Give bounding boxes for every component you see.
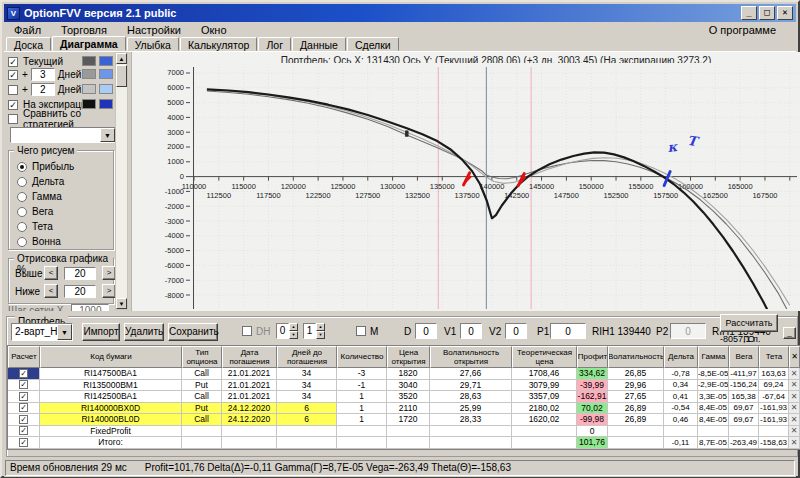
- row-checkbox[interactable]: ✓: [19, 426, 28, 435]
- color-swatch[interactable]: [99, 69, 113, 79]
- close-button[interactable]: ✕: [777, 6, 793, 20]
- chart-settings-sidebar: ✓ Текущий ✓ + Дней ✓ + Дней: [4, 52, 131, 311]
- portfolio-panel: Портфель 2-варт_НН ▼ Импорт Удалить Сохр…: [4, 311, 800, 458]
- color-swatch[interactable]: [99, 84, 113, 94]
- tab-Улыбка[interactable]: Улыбка: [127, 37, 179, 51]
- radio-icon[interactable]: [17, 222, 27, 232]
- row-checkbox[interactable]: ✓: [19, 380, 28, 389]
- days-input-2[interactable]: [31, 83, 55, 96]
- tick-label: 6000: [167, 83, 184, 92]
- cell: 29,96: [608, 380, 664, 392]
- dh-spinner-1[interactable]: 0 ▲▼: [276, 323, 298, 339]
- row-checkbox[interactable]: ✓: [19, 392, 28, 401]
- dh-checkbox[interactable]: ✓: [242, 326, 252, 336]
- color-swatch[interactable]: [82, 56, 96, 66]
- radio-icon[interactable]: [17, 237, 27, 247]
- cell: FixedProfit: [40, 426, 182, 438]
- decrease-below-button[interactable]: <: [44, 284, 58, 298]
- column-header: Тип опциона: [182, 346, 222, 368]
- current-checkbox[interactable]: ✓: [8, 57, 18, 67]
- chevron-down-icon[interactable]: ▼: [100, 128, 115, 142]
- profit-chart-canvas[interactable]: 70006000500040003000200010000-1000-2000-…: [134, 63, 800, 311]
- collapse-button[interactable]: _: [783, 327, 796, 339]
- plus2-checkbox[interactable]: ✓: [8, 85, 18, 95]
- menu-item-Настройки[interactable]: Настройки: [117, 24, 191, 36]
- tab-Данные[interactable]: Данные: [292, 37, 346, 51]
- below-percent-input[interactable]: [64, 285, 96, 298]
- d-input[interactable]: [415, 323, 437, 339]
- row-checkbox[interactable]: ✓: [19, 403, 28, 412]
- delete-row-button[interactable]: ✕: [789, 403, 800, 415]
- cell: 21.01.2021: [222, 380, 277, 392]
- radio-option-Тета[interactable]: Тета: [9, 219, 113, 234]
- sidebar-scrollbar[interactable]: ▲ ▼: [115, 52, 128, 310]
- radio-icon[interactable]: [17, 177, 27, 187]
- color-swatch[interactable]: [82, 69, 96, 79]
- tab-Диаграмма[interactable]: Диаграмма: [52, 36, 126, 51]
- radio-icon[interactable]: [17, 162, 27, 172]
- color-swatch[interactable]: [99, 56, 113, 66]
- decrease-above-button[interactable]: <: [44, 266, 58, 280]
- delete-row-button[interactable]: ✕: [789, 391, 800, 403]
- spin-up-icon[interactable]: ▲: [316, 323, 325, 331]
- cell: RI140000BX0D: [40, 403, 182, 415]
- compare-strategy-checkbox[interactable]: ✓: [8, 114, 18, 124]
- row-checkbox[interactable]: ✓: [19, 438, 28, 447]
- import-button[interactable]: Импорт: [82, 323, 120, 341]
- menu-item-about[interactable]: О программе: [699, 24, 786, 36]
- tick-label: 165000: [728, 182, 753, 191]
- menu-item-Торговля[interactable]: Торговля: [51, 24, 117, 36]
- radio-option-Прибыль[interactable]: Прибыль: [9, 159, 113, 174]
- menu-item-Файл[interactable]: Файл: [4, 24, 51, 36]
- days-input-3[interactable]: [31, 68, 55, 81]
- scrollbar-thumb[interactable]: [116, 65, 127, 87]
- dh-spinner-2[interactable]: 1 ▲▼: [303, 323, 325, 339]
- delete-row-button[interactable]: ✕: [789, 426, 800, 438]
- cell: [182, 426, 222, 438]
- column-header: Расчет: [8, 346, 40, 368]
- above-percent-input[interactable]: [64, 267, 96, 280]
- chevron-down-icon[interactable]: ▼: [57, 324, 72, 340]
- preset-select[interactable]: 2-варт_НН ▼: [11, 323, 73, 341]
- p1-input[interactable]: [550, 323, 586, 339]
- v1-input[interactable]: [460, 323, 482, 339]
- radio-icon[interactable]: [17, 207, 27, 217]
- minimize-button[interactable]: _: [741, 6, 757, 20]
- increase-below-button[interactable]: >: [102, 284, 116, 298]
- delete-row-button[interactable]: ✕: [789, 414, 800, 426]
- grid-step-input[interactable]: [71, 304, 109, 311]
- v2-input[interactable]: [505, 323, 527, 339]
- increase-above-button[interactable]: >: [102, 266, 116, 280]
- delete-row-button[interactable]: ✕: [789, 368, 800, 380]
- delete-button[interactable]: Удалить: [124, 323, 164, 341]
- color-swatch[interactable]: [82, 84, 96, 94]
- m-checkbox[interactable]: ✓: [356, 326, 366, 336]
- delete-row-button[interactable]: ✕: [789, 437, 800, 449]
- cell: -3: [337, 368, 387, 380]
- save-button[interactable]: Сохранить: [168, 323, 218, 341]
- radio-option-Гамма[interactable]: Гамма: [9, 189, 113, 204]
- radio-option-Вега[interactable]: Вега: [9, 204, 113, 219]
- spin-up-icon[interactable]: ▲: [289, 323, 298, 331]
- tab-Калькулятор[interactable]: Калькулятор: [180, 37, 257, 51]
- tab-Доска[interactable]: Доска: [6, 37, 51, 51]
- row-checkbox[interactable]: ✓: [19, 369, 28, 378]
- delete-row-button[interactable]: ✕: [789, 380, 800, 392]
- scroll-down-icon[interactable]: ▼: [116, 298, 127, 309]
- expiration-checkbox[interactable]: ✓: [8, 100, 18, 110]
- spin-down-icon[interactable]: ▼: [316, 331, 325, 339]
- spin-down-icon[interactable]: ▼: [289, 331, 298, 339]
- tick-label: 0: [180, 172, 184, 181]
- scroll-up-icon[interactable]: ▲: [116, 53, 127, 64]
- maximize-button[interactable]: □: [759, 6, 775, 20]
- radio-icon[interactable]: [17, 192, 27, 202]
- strategy-select[interactable]: ▼: [10, 127, 116, 143]
- row-checkbox[interactable]: ✓: [19, 415, 28, 424]
- p2-input[interactable]: [670, 323, 706, 339]
- plus3-checkbox[interactable]: ✓: [8, 70, 18, 80]
- tab-Лог[interactable]: Лог: [258, 37, 291, 51]
- tab-Сделки[interactable]: Сделки: [347, 37, 399, 51]
- radio-option-Вонна[interactable]: Вонна: [9, 234, 113, 249]
- menu-item-Окно[interactable]: Окно: [191, 24, 237, 36]
- radio-option-Дельта[interactable]: Дельта: [9, 174, 113, 189]
